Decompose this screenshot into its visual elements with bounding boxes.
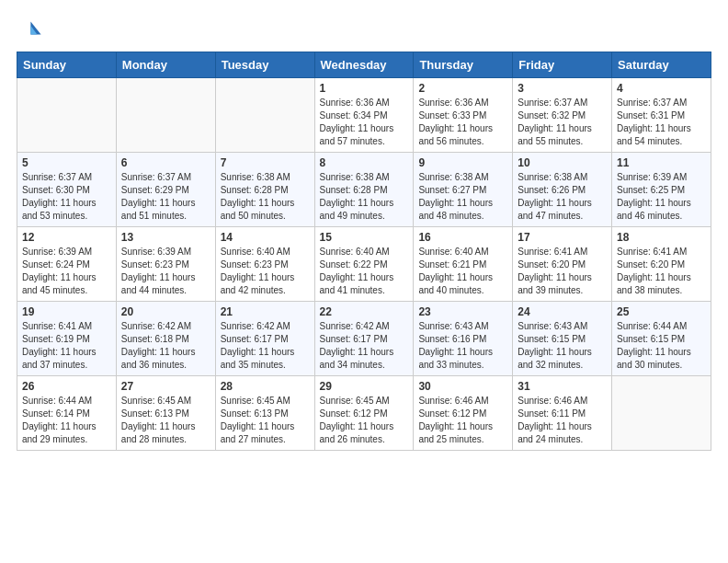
calendar-cell: 19Sunrise: 6:41 AM Sunset: 6:19 PM Dayli… xyxy=(17,302,117,376)
calendar-cell: 29Sunrise: 6:45 AM Sunset: 6:12 PM Dayli… xyxy=(314,376,414,451)
calendar-header-monday: Monday xyxy=(116,52,215,78)
day-number: 4 xyxy=(617,82,706,95)
calendar-cell: 25Sunrise: 6:44 AM Sunset: 6:15 PM Dayli… xyxy=(612,302,711,376)
day-number: 9 xyxy=(418,156,507,169)
calendar-cell xyxy=(215,78,314,153)
day-info: Sunrise: 6:37 AM Sunset: 6:29 PM Dayligh… xyxy=(121,171,210,223)
day-number: 13 xyxy=(121,231,210,244)
day-number: 26 xyxy=(22,380,111,393)
day-number: 20 xyxy=(121,305,210,318)
day-info: Sunrise: 6:39 AM Sunset: 6:24 PM Dayligh… xyxy=(22,246,111,297)
day-number: 7 xyxy=(221,156,310,169)
day-number: 6 xyxy=(121,156,210,169)
day-info: Sunrise: 6:37 AM Sunset: 6:32 PM Dayligh… xyxy=(518,97,607,148)
calendar-cell: 22Sunrise: 6:42 AM Sunset: 6:17 PM Dayli… xyxy=(314,302,414,376)
day-info: Sunrise: 6:44 AM Sunset: 6:14 PM Dayligh… xyxy=(22,395,111,446)
day-number: 12 xyxy=(22,231,111,244)
calendar-cell xyxy=(612,376,711,451)
calendar-week-4: 19Sunrise: 6:41 AM Sunset: 6:19 PM Dayli… xyxy=(17,302,711,376)
logo-icon xyxy=(17,17,42,42)
calendar-cell: 4Sunrise: 6:37 AM Sunset: 6:31 PM Daylig… xyxy=(612,78,711,153)
calendar-cell: 20Sunrise: 6:42 AM Sunset: 6:18 PM Dayli… xyxy=(116,302,215,376)
day-number: 3 xyxy=(518,82,607,95)
calendar-cell: 31Sunrise: 6:46 AM Sunset: 6:11 PM Dayli… xyxy=(513,376,612,451)
page: SundayMondayTuesdayWednesdayThursdayFrid… xyxy=(0,0,728,563)
day-info: Sunrise: 6:46 AM Sunset: 6:11 PM Dayligh… xyxy=(518,395,607,446)
calendar-cell: 18Sunrise: 6:41 AM Sunset: 6:20 PM Dayli… xyxy=(612,227,711,302)
day-info: Sunrise: 6:38 AM Sunset: 6:28 PM Dayligh… xyxy=(221,171,310,223)
calendar-cell: 10Sunrise: 6:38 AM Sunset: 6:26 PM Dayli… xyxy=(513,153,612,227)
day-number: 5 xyxy=(22,156,111,169)
day-number: 19 xyxy=(22,305,111,318)
calendar-cell: 21Sunrise: 6:42 AM Sunset: 6:17 PM Dayli… xyxy=(215,302,314,376)
day-info: Sunrise: 6:41 AM Sunset: 6:20 PM Dayligh… xyxy=(617,246,706,297)
day-info: Sunrise: 6:44 AM Sunset: 6:15 PM Dayligh… xyxy=(617,320,706,372)
calendar-cell: 11Sunrise: 6:39 AM Sunset: 6:25 PM Dayli… xyxy=(612,153,711,227)
calendar-cell: 24Sunrise: 6:43 AM Sunset: 6:15 PM Dayli… xyxy=(513,302,612,376)
day-info: Sunrise: 6:41 AM Sunset: 6:19 PM Dayligh… xyxy=(22,320,111,372)
calendar-cell: 30Sunrise: 6:46 AM Sunset: 6:12 PM Dayli… xyxy=(414,376,513,451)
calendar-header-sunday: Sunday xyxy=(17,52,117,78)
calendar-cell: 26Sunrise: 6:44 AM Sunset: 6:14 PM Dayli… xyxy=(17,376,117,451)
day-number: 18 xyxy=(617,231,706,244)
calendar-header-tuesday: Tuesday xyxy=(215,52,314,78)
header xyxy=(17,17,711,42)
day-number: 14 xyxy=(221,231,310,244)
calendar-cell xyxy=(116,78,215,153)
day-info: Sunrise: 6:39 AM Sunset: 6:23 PM Dayligh… xyxy=(121,246,210,297)
calendar-header-row: SundayMondayTuesdayWednesdayThursdayFrid… xyxy=(17,52,711,78)
day-number: 2 xyxy=(418,82,507,95)
calendar-week-3: 12Sunrise: 6:39 AM Sunset: 6:24 PM Dayli… xyxy=(17,227,711,302)
day-number: 21 xyxy=(221,305,310,318)
calendar-cell: 1Sunrise: 6:36 AM Sunset: 6:34 PM Daylig… xyxy=(314,78,414,153)
logo xyxy=(17,17,46,42)
day-number: 22 xyxy=(320,305,409,318)
day-info: Sunrise: 6:39 AM Sunset: 6:25 PM Dayligh… xyxy=(617,171,706,223)
day-info: Sunrise: 6:43 AM Sunset: 6:15 PM Dayligh… xyxy=(518,320,607,372)
day-number: 8 xyxy=(320,156,409,169)
calendar-cell: 12Sunrise: 6:39 AM Sunset: 6:24 PM Dayli… xyxy=(17,227,117,302)
calendar-header-wednesday: Wednesday xyxy=(314,52,414,78)
calendar-cell: 8Sunrise: 6:38 AM Sunset: 6:28 PM Daylig… xyxy=(314,153,414,227)
calendar-cell: 2Sunrise: 6:36 AM Sunset: 6:33 PM Daylig… xyxy=(414,78,513,153)
day-number: 31 xyxy=(518,380,607,393)
day-number: 28 xyxy=(221,380,310,393)
day-number: 29 xyxy=(320,380,409,393)
calendar-header-thursday: Thursday xyxy=(414,52,513,78)
day-number: 24 xyxy=(518,305,607,318)
calendar-cell: 6Sunrise: 6:37 AM Sunset: 6:29 PM Daylig… xyxy=(116,153,215,227)
calendar-cell: 17Sunrise: 6:41 AM Sunset: 6:20 PM Dayli… xyxy=(513,227,612,302)
calendar-cell: 15Sunrise: 6:40 AM Sunset: 6:22 PM Dayli… xyxy=(314,227,414,302)
day-info: Sunrise: 6:38 AM Sunset: 6:27 PM Dayligh… xyxy=(418,171,507,223)
day-info: Sunrise: 6:42 AM Sunset: 6:17 PM Dayligh… xyxy=(221,320,310,372)
calendar-header-saturday: Saturday xyxy=(612,52,711,78)
day-info: Sunrise: 6:36 AM Sunset: 6:34 PM Dayligh… xyxy=(320,97,409,148)
calendar-week-2: 5Sunrise: 6:37 AM Sunset: 6:30 PM Daylig… xyxy=(17,153,711,227)
day-number: 11 xyxy=(617,156,706,169)
calendar-cell: 14Sunrise: 6:40 AM Sunset: 6:23 PM Dayli… xyxy=(215,227,314,302)
calendar-week-1: 1Sunrise: 6:36 AM Sunset: 6:34 PM Daylig… xyxy=(17,78,711,153)
day-info: Sunrise: 6:41 AM Sunset: 6:20 PM Dayligh… xyxy=(518,246,607,297)
day-info: Sunrise: 6:38 AM Sunset: 6:26 PM Dayligh… xyxy=(518,171,607,223)
day-number: 15 xyxy=(320,231,409,244)
day-number: 16 xyxy=(418,231,507,244)
day-info: Sunrise: 6:38 AM Sunset: 6:28 PM Dayligh… xyxy=(320,171,409,223)
day-number: 23 xyxy=(418,305,507,318)
day-info: Sunrise: 6:37 AM Sunset: 6:30 PM Dayligh… xyxy=(22,171,111,223)
day-number: 17 xyxy=(518,231,607,244)
calendar-cell: 7Sunrise: 6:38 AM Sunset: 6:28 PM Daylig… xyxy=(215,153,314,227)
day-number: 27 xyxy=(121,380,210,393)
day-info: Sunrise: 6:36 AM Sunset: 6:33 PM Dayligh… xyxy=(418,97,507,148)
calendar-cell xyxy=(17,78,117,153)
calendar-table: SundayMondayTuesdayWednesdayThursdayFrid… xyxy=(17,52,711,451)
calendar-cell: 23Sunrise: 6:43 AM Sunset: 6:16 PM Dayli… xyxy=(414,302,513,376)
day-info: Sunrise: 6:40 AM Sunset: 6:21 PM Dayligh… xyxy=(418,246,507,297)
calendar-cell: 5Sunrise: 6:37 AM Sunset: 6:30 PM Daylig… xyxy=(17,153,117,227)
calendar-cell: 16Sunrise: 6:40 AM Sunset: 6:21 PM Dayli… xyxy=(414,227,513,302)
calendar-cell: 28Sunrise: 6:45 AM Sunset: 6:13 PM Dayli… xyxy=(215,376,314,451)
calendar-header-friday: Friday xyxy=(513,52,612,78)
day-info: Sunrise: 6:40 AM Sunset: 6:23 PM Dayligh… xyxy=(221,246,310,297)
day-info: Sunrise: 6:43 AM Sunset: 6:16 PM Dayligh… xyxy=(418,320,507,372)
day-number: 10 xyxy=(518,156,607,169)
calendar-cell: 27Sunrise: 6:45 AM Sunset: 6:13 PM Dayli… xyxy=(116,376,215,451)
